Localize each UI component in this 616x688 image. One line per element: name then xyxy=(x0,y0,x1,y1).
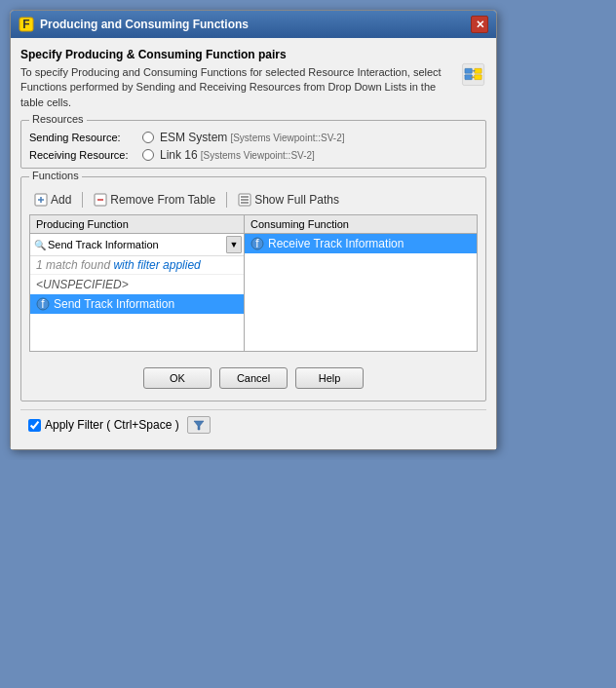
search-input[interactable] xyxy=(48,239,226,250)
help-button[interactable]: Help xyxy=(295,367,364,389)
resources-group: Resources Sending Resource: ESM System [… xyxy=(20,120,486,169)
functions-group: Functions Add xyxy=(20,176,486,401)
svg-text:F: F xyxy=(22,18,29,31)
resources-label: Resources xyxy=(29,113,87,125)
svg-marker-24 xyxy=(194,421,204,430)
receiving-radio xyxy=(142,149,154,161)
producing-header: Producing Function xyxy=(30,215,245,233)
list-item-send-track[interactable]: f Send Track Information xyxy=(30,294,244,314)
apply-filter-text: Apply Filter ( Ctrl+Space ) xyxy=(45,418,179,432)
paths-icon xyxy=(238,193,251,207)
svg-rect-4 xyxy=(465,75,472,80)
ok-button[interactable]: OK xyxy=(143,367,212,389)
svg-rect-6 xyxy=(475,75,481,80)
search-icon: 🔍 xyxy=(32,240,48,250)
toolbar-sep-1 xyxy=(82,192,83,208)
filter-match-text: 1 match found with filter applied xyxy=(30,256,244,275)
window-title: Producing and Consuming Functions xyxy=(40,18,249,31)
functions-label: Functions xyxy=(29,170,82,181)
logo-icon xyxy=(460,48,486,101)
consuming-function-icon: f xyxy=(250,237,264,250)
toolbar-sep-2 xyxy=(226,192,227,208)
dropdown-arrow[interactable]: ▼ xyxy=(226,236,242,253)
consuming-row-receive[interactable]: f Receive Track Information xyxy=(245,234,477,253)
producing-column: 🔍 ▼ 1 match found with filter applied <U… xyxy=(30,234,245,351)
consuming-column: f Receive Track Information xyxy=(245,234,477,351)
svg-rect-5 xyxy=(475,68,481,73)
apply-filter-checkbox-label[interactable]: Apply Filter ( Ctrl+Space ) xyxy=(28,418,179,432)
add-button[interactable]: Add xyxy=(29,191,76,209)
add-icon xyxy=(34,193,48,207)
table-body: 🔍 ▼ 1 match found with filter applied <U… xyxy=(30,234,477,351)
consuming-header: Consuming Function xyxy=(245,215,477,233)
sending-resource-row: Sending Resource: ESM System [Systems Vi… xyxy=(29,131,478,144)
svg-rect-3 xyxy=(465,68,472,73)
filter-options-button[interactable] xyxy=(187,416,211,434)
header-section: Specify Producing & Consuming Function p… xyxy=(20,48,486,110)
sending-radio xyxy=(142,132,154,143)
remove-button[interactable]: Remove From Table xyxy=(89,191,220,209)
receiving-resource-row: Receiving Resource: Link 16 [Systems Vie… xyxy=(29,148,478,162)
send-track-label: Send Track Information xyxy=(54,297,174,311)
sending-label: Sending Resource: xyxy=(29,132,136,143)
action-buttons: OK Cancel Help xyxy=(29,362,478,395)
title-bar: F Producing and Consuming Functions ✕ xyxy=(11,11,496,38)
functions-table: Producing Function Consuming Function 🔍 … xyxy=(29,214,478,352)
dialog-window: F Producing and Consuming Functions ✕ Sp… xyxy=(10,10,497,450)
list-item-unspecified[interactable]: <UNSPECIFIED> xyxy=(30,275,244,294)
filter-link[interactable]: with filter applied xyxy=(113,258,200,272)
bottom-bar: Apply Filter ( Ctrl+Space ) xyxy=(20,409,486,440)
functions-toolbar: Add Remove From Table xyxy=(29,191,478,209)
function-icon: f xyxy=(36,297,50,311)
window-icon: F xyxy=(19,17,34,32)
receiving-label: Receiving Resource: xyxy=(29,149,136,161)
sending-value: ESM System [Systems Viewpoint::SV-2] xyxy=(160,131,345,144)
filter-icon xyxy=(193,419,205,431)
cancel-button[interactable]: Cancel xyxy=(219,367,288,389)
receive-track-label: Receive Track Information xyxy=(268,237,404,250)
header-description: To specify Producing and Consuming Funct… xyxy=(20,65,460,110)
apply-filter-checkbox[interactable] xyxy=(28,419,41,432)
header-title: Specify Producing & Consuming Function p… xyxy=(20,48,460,61)
show-paths-button[interactable]: Show Full Paths xyxy=(233,191,344,209)
table-header: Producing Function Consuming Function xyxy=(30,215,477,234)
receiving-value: Link 16 [Systems Viewpoint::SV-2] xyxy=(160,148,315,162)
close-button[interactable]: ✕ xyxy=(471,16,488,33)
remove-icon xyxy=(94,193,107,207)
unspecified-label: <UNSPECIFIED> xyxy=(36,278,129,291)
search-row[interactable]: 🔍 ▼ xyxy=(30,234,244,256)
